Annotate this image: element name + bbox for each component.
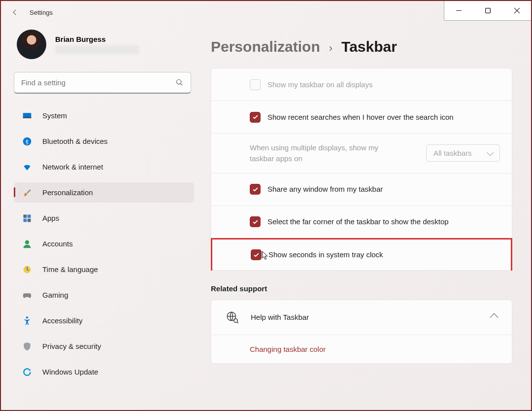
breadcrumb-current: Taskbar [341, 38, 397, 55]
globe-search-icon [226, 311, 239, 324]
sidebar-item-label: Accounts [42, 240, 73, 248]
chevron-up-icon [490, 313, 499, 321]
svg-point-4 [176, 79, 181, 84]
taskbar-apps-dropdown: All taskbars [426, 144, 500, 162]
back-button[interactable] [7, 4, 23, 20]
breadcrumb: Personalization › Taskbar [211, 38, 512, 55]
sidebar-item-update[interactable]: Windows Update [14, 362, 194, 382]
sidebar-item-label: Time & language [42, 265, 98, 274]
setting-row-recent-searches[interactable]: Show recent searches when I hover over t… [211, 101, 512, 134]
sidebar-item-gaming[interactable]: Gaming [14, 285, 194, 305]
setting-row-show-seconds[interactable]: Show seconds in system tray clock [211, 238, 512, 271]
svg-rect-9 [24, 214, 27, 218]
profile-name: Brian Burgess [55, 35, 139, 43]
sidebar-item-apps[interactable]: Apps [14, 208, 194, 228]
paintbrush-icon [22, 187, 33, 198]
sidebar-item-label: System [42, 111, 67, 120]
svg-point-15 [26, 316, 28, 318]
chevron-right-icon: › [329, 42, 332, 55]
bluetooth-icon [22, 136, 33, 147]
help-link[interactable]: Changing taskbar color [211, 335, 512, 363]
profile[interactable]: Brian Burgess [14, 30, 197, 59]
checkbox-checked[interactable] [250, 184, 261, 195]
search-icon [175, 78, 184, 87]
sidebar-item-label: Gaming [42, 291, 68, 299]
system-icon [22, 110, 33, 121]
help-header[interactable]: Help with Taskbar [211, 300, 512, 335]
sidebar-item-accounts[interactable]: Accounts [14, 234, 194, 254]
setting-label: Show seconds in system tray clock [268, 249, 383, 260]
setting-row-multi-display: When using multiple displays, show my ta… [211, 134, 512, 173]
setting-row-far-corner[interactable]: Select the far corner of the taskbar to … [211, 206, 512, 239]
setting-row-all-displays: Show my taskbar on all displays [211, 68, 512, 101]
svg-point-13 [25, 240, 29, 244]
checkbox-checked[interactable] [250, 112, 261, 123]
person-icon [22, 239, 33, 249]
svg-point-17 [234, 318, 238, 322]
svg-rect-12 [28, 218, 31, 222]
help-title: Help with Taskbar [251, 313, 309, 321]
wifi-icon [22, 162, 33, 172]
svg-rect-7 [23, 117, 32, 118]
setting-label: Show recent searches when I hover over t… [267, 112, 454, 123]
sidebar-item-label: Accessibility [42, 316, 83, 325]
sidebar-item-network[interactable]: Network & internet [14, 157, 194, 177]
gamepad-icon [22, 290, 33, 301]
svg-line-18 [237, 322, 238, 323]
svg-rect-1 [486, 8, 491, 13]
sidebar-item-label: Privacy & security [42, 342, 101, 350]
setting-label: When using multiple displays, show my ta… [250, 142, 388, 164]
svg-line-5 [181, 84, 183, 86]
sidebar-item-bluetooth[interactable]: Bluetooth & devices [14, 131, 194, 151]
maximize-button[interactable] [473, 0, 502, 20]
related-support-title: Related support [211, 284, 512, 293]
help-panel: Help with Taskbar Changing taskbar color [211, 300, 512, 364]
setting-label: Show my taskbar on all displays [267, 79, 372, 90]
avatar [17, 30, 46, 59]
sidebar-item-label: Personalization [42, 188, 93, 197]
apps-icon [22, 213, 33, 224]
setting-row-share-window[interactable]: Share any window from my taskbar [211, 173, 512, 206]
clock-globe-icon [22, 264, 33, 275]
svg-rect-11 [24, 218, 27, 222]
sidebar-item-personalization[interactable]: Personalization [14, 182, 194, 203]
search-input[interactable] [21, 78, 175, 87]
sidebar-item-system[interactable]: System [14, 105, 194, 126]
sidebar-item-label: Windows Update [42, 368, 98, 376]
setting-label: Share any window from my taskbar [267, 184, 383, 195]
close-button[interactable] [502, 0, 532, 20]
search-box[interactable] [14, 72, 191, 94]
titlebar-title: Settings [30, 9, 53, 16]
sidebar-item-privacy[interactable]: Privacy & security [14, 336, 194, 356]
sidebar-item-time[interactable]: Time & language [14, 259, 194, 279]
update-icon [22, 367, 33, 377]
sidebar-item-accessibility[interactable]: Accessibility [14, 310, 194, 331]
checkbox-checked[interactable] [250, 216, 261, 227]
checkbox-unchecked [250, 79, 261, 90]
sidebar-item-label: Bluetooth & devices [42, 137, 108, 145]
sidebar-item-label: Network & internet [42, 163, 103, 171]
minimize-button[interactable] [444, 0, 473, 20]
breadcrumb-parent[interactable]: Personalization [211, 38, 320, 55]
sidebar-item-label: Apps [42, 214, 59, 222]
shield-icon [22, 341, 33, 352]
taskbar-behaviors-panel: Show my taskbar on all displays Show rec… [211, 68, 512, 271]
setting-label: Select the far corner of the taskbar to … [267, 216, 449, 227]
svg-rect-10 [28, 214, 31, 218]
accessibility-icon [22, 315, 33, 326]
profile-email [55, 45, 139, 54]
checkbox-checked[interactable] [251, 249, 262, 260]
